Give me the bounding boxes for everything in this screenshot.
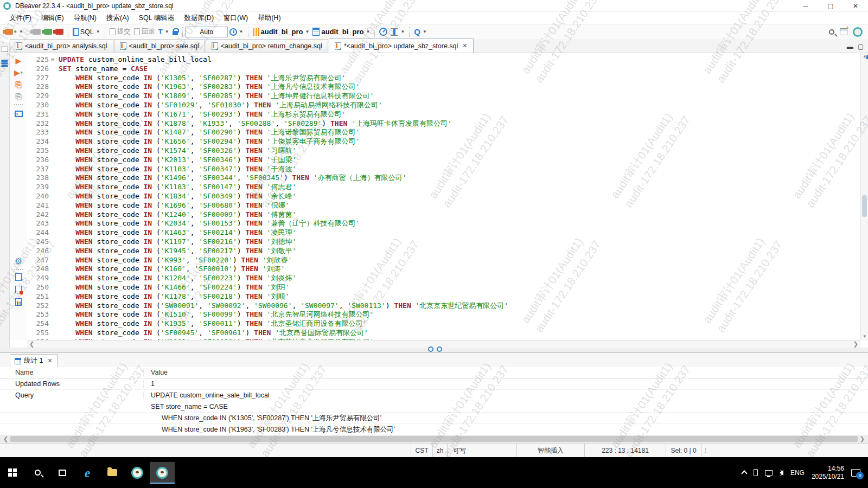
dbeaver-taskbar-button[interactable] (125, 462, 150, 484)
menu-search[interactable]: 搜索(A) (101, 12, 134, 24)
code-line[interactable]: 252 WHEN store_code IN ('SW00091', 'SW00… (27, 301, 860, 311)
settings-gear-button[interactable]: ⚙ (14, 257, 23, 266)
code-line[interactable]: 235 WHEN store_code IN ('K1574', 'SF0032… (27, 146, 860, 156)
open-console-button[interactable]: >_ (14, 108, 23, 117)
reconnect-button[interactable] (42, 28, 54, 36)
code-line[interactable]: 238 WHEN store_code IN ('K1496', 'SF0034… (27, 174, 860, 183)
input-language[interactable]: ENG (790, 469, 805, 477)
notification-center-button[interactable]: 9 (851, 469, 860, 477)
maximize-editor-icon[interactable]: ▢ (858, 43, 864, 50)
sql-editor-button[interactable]: SQL▼ (71, 27, 102, 37)
code-line[interactable]: 248 WHEN store_code IN ('K160', 'SF00010… (27, 265, 860, 274)
editor-horizontal-scrollbar[interactable]: ❮ ❯ (27, 340, 860, 348)
vertical-scroll-thumb[interactable] (862, 195, 867, 217)
dashboard-button[interactable] (378, 27, 389, 37)
scroll-left-arrow[interactable]: ❮ (29, 341, 34, 348)
file-explorer-button[interactable] (100, 462, 125, 484)
results-scroll-thumb[interactable] (10, 436, 858, 442)
tab-close-icon[interactable]: ✕ (462, 42, 467, 49)
maximize-button[interactable]: ▢ (818, 0, 843, 12)
code-line[interactable]: 225⊖UPDATE custom_online_sale_bill_local (27, 55, 860, 65)
tab-analysis-sql[interactable]: <audit_bi_pro> analysis.sql (10, 39, 113, 53)
lock-button[interactable] (171, 27, 180, 36)
quick-search-icon[interactable] (829, 29, 834, 35)
sash-maximize-dot[interactable] (437, 346, 442, 352)
connect-button[interactable] (31, 28, 42, 36)
menu-database[interactable]: 数据库(D) (179, 12, 219, 24)
sql-code-editor[interactable]: 225⊖UPDATE custom_online_sale_bill_local… (27, 53, 860, 340)
rollback-button[interactable]: 回滚 (132, 26, 157, 37)
tab-statistics[interactable]: 统计 1 ✕ (10, 354, 58, 367)
code-line[interactable]: 234 WHEN store_code IN ('K1656', 'SF0029… (27, 137, 860, 146)
editor-vertical-scrollbar[interactable]: ▲ ▼ (860, 53, 868, 340)
menu-help[interactable]: 帮助(H) (253, 12, 285, 24)
scroll-right-arrow[interactable]: ❯ (853, 341, 858, 348)
explain-plan-button[interactable]: ⎘ (14, 92, 23, 101)
menu-edit[interactable]: 编辑(E) (36, 12, 69, 24)
tab-return-change-sql[interactable]: <audit_bi_pro> return_change.sql (206, 39, 328, 53)
code-line[interactable]: 246 WHEN store_code IN ('K1945', 'SF0021… (27, 247, 860, 256)
commit-button[interactable]: 提交 (108, 26, 132, 37)
column-header-value[interactable]: Value (144, 369, 168, 376)
menu-sql-editor[interactable]: SQL 编辑器 (134, 12, 180, 24)
table-row[interactable]: SET store_name = CASE (0, 401, 868, 413)
code-line[interactable]: 232 WHEN store_code IN ('K1878', 'K1933'… (27, 119, 860, 129)
minimize-button[interactable]: ─ (793, 0, 818, 12)
code-line[interactable]: 227 WHEN store_code IN ('K1305', 'SF0028… (27, 74, 860, 83)
menu-window[interactable]: 窗口(W) (219, 12, 253, 24)
code-line[interactable]: 244 WHEN store_code IN ('K1463', 'SF0021… (27, 228, 860, 237)
speaker-icon[interactable] (780, 470, 783, 476)
code-line[interactable]: 241 WHEN store_code IN ('K1696', 'SF0068… (27, 201, 860, 210)
table-row[interactable]: QueryUPDATE custom_online_sale_bill_loca… (0, 390, 868, 401)
database-selector[interactable]: audit_bi_pro▼ (311, 27, 372, 37)
code-line[interactable]: 228 WHEN store_code IN ('K1963', 'SF0028… (27, 82, 860, 92)
minimize-editor-icon[interactable]: ▬ (847, 43, 853, 50)
tx-timeout-button[interactable]: ▼ (228, 27, 245, 37)
code-line[interactable]: 229 WHEN store_code IN ('K1809', 'SF0028… (27, 92, 860, 101)
taskbar-search-button[interactable] (25, 462, 50, 484)
start-button[interactable] (0, 462, 25, 484)
code-line[interactable]: 239 WHEN store_code IN ('K1183', 'SF0014… (27, 183, 860, 192)
dbeaver-perspective-icon[interactable] (853, 27, 863, 37)
validate-script-button[interactable] (14, 286, 23, 295)
code-line[interactable]: 237 WHEN store_code IN ('K1103', 'SF0034… (27, 165, 860, 174)
commit-mode-button[interactable]: ▼ (389, 27, 406, 37)
code-line[interactable]: 254 WHEN store_code IN ('K1935', 'SF0001… (27, 319, 860, 329)
sash-restore-dot[interactable] (428, 346, 433, 352)
execute-statement-button[interactable]: ▶ (14, 56, 23, 65)
code-line[interactable]: 251 WHEN store_code IN ('K1178', 'SF0021… (27, 292, 860, 301)
database-navigator-icon[interactable] (1, 60, 8, 68)
connection-selector[interactable]: audit_bi_pro▼ (251, 27, 311, 37)
results-scroll-right-arrow[interactable]: ❯ (860, 435, 868, 442)
code-line[interactable]: 253 WHEN store_code IN ('K1510', 'SF0009… (27, 310, 860, 319)
results-tab-close-icon[interactable]: ✕ (47, 357, 52, 364)
dbeaver-taskbar-button-active[interactable] (150, 462, 175, 484)
status-overflow-dots[interactable]: ⁞ (701, 447, 707, 454)
code-line[interactable]: 236 WHEN store_code IN ('K2013', 'SF0034… (27, 156, 860, 165)
code-line[interactable]: 226SET store_name = CASE (27, 65, 860, 74)
code-line[interactable]: 240 WHEN store_code IN ('K1834', 'SF0034… (27, 192, 860, 201)
code-line[interactable]: 230 WHEN store_code IN ('SF01029', 'SF01… (27, 101, 860, 110)
results-scroll-left-arrow[interactable]: ❮ (0, 435, 8, 442)
internet-explorer-button[interactable]: e (75, 462, 100, 484)
disconnect-button[interactable] (54, 28, 65, 36)
tray-expand-icon[interactable] (741, 470, 747, 476)
close-button[interactable]: ✕ (843, 0, 868, 12)
code-line[interactable]: 245 WHEN store_code IN ('K1197', 'SF0021… (27, 237, 860, 247)
code-line[interactable]: 250 WHEN store_code IN ('K1466', 'SF0022… (27, 283, 860, 292)
scroll-down-arrow[interactable]: ▼ (861, 333, 868, 340)
code-line[interactable]: 255 WHEN store_code IN ('SF00945', 'SF00… (27, 329, 860, 338)
table-row[interactable]: WHEN store_code IN ('K1305', 'SF00287') … (0, 413, 868, 424)
script-statistics-button[interactable] (14, 298, 23, 307)
column-header-name[interactable]: Name (0, 369, 144, 376)
code-line[interactable]: 242 WHEN store_code IN ('K1240', 'SF0000… (27, 210, 860, 220)
transaction-log-button[interactable]: T▼ (157, 27, 171, 37)
code-line[interactable]: 247 WHEN store_code IN ('K993', 'SF00220… (27, 256, 860, 265)
code-line[interactable]: 233 WHEN store_code IN ('K1487', 'SF0029… (27, 128, 860, 137)
menu-navigate[interactable]: 导航(N) (69, 12, 101, 24)
results-horizontal-scrollbar[interactable]: ❮ ❯ (0, 435, 868, 443)
new-connection-button[interactable]: +▼ (3, 28, 25, 36)
menu-file[interactable]: 文件(F) (4, 12, 36, 24)
task-view-button[interactable] (50, 462, 75, 484)
restore-panel-icon[interactable] (2, 47, 8, 52)
